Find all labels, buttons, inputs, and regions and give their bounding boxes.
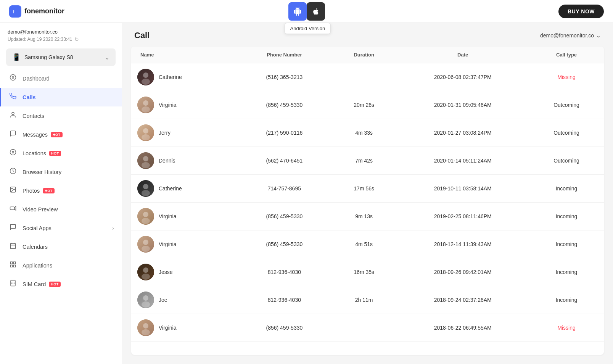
svg-point-9 bbox=[11, 188, 12, 189]
cell-calltype-5: Incoming bbox=[529, 203, 604, 230]
android-tab[interactable] bbox=[288, 2, 307, 21]
svg-point-51 bbox=[143, 323, 148, 329]
svg-point-39 bbox=[143, 212, 148, 217]
name-cell-1: Virginia bbox=[137, 97, 230, 113]
sidebar-item-contacts[interactable]: Contacts bbox=[0, 106, 122, 125]
messages-icon bbox=[9, 130, 17, 139]
browser-history-label: Browser History bbox=[23, 169, 114, 175]
video-preview-icon bbox=[9, 205, 17, 214]
sidebar-item-browser-history[interactable]: Browser History bbox=[0, 163, 122, 181]
sidebar-item-locations[interactable]: Locations HOT bbox=[0, 144, 122, 163]
contact-name-7: Jesse bbox=[159, 269, 173, 275]
photos-label: Photos HOT bbox=[23, 188, 114, 194]
account-updated: Updated: Aug 19 2020 22:33:41 ↻ bbox=[8, 36, 114, 42]
header-account[interactable]: demo@fonemonitor.co ⌄ bbox=[540, 32, 601, 39]
sidebar-item-sim-card[interactable]: SIM Card HOT bbox=[0, 275, 122, 293]
calls-table: Name Phone Number Duration Date Call typ… bbox=[131, 47, 604, 342]
device-selector[interactable]: 📱 Samsung Galaxy S8 ⌄ bbox=[6, 48, 116, 66]
cell-duration-0 bbox=[331, 63, 397, 91]
cell-calltype-1: Outcoming bbox=[529, 91, 604, 119]
contact-name-0: Catherine bbox=[159, 74, 182, 80]
sidebar-item-video-preview[interactable]: Video Preview bbox=[0, 200, 122, 219]
svg-point-33 bbox=[143, 156, 148, 161]
svg-point-43 bbox=[142, 246, 150, 252]
table-row: Virginia (856) 459-5330 2018-06-22 06:49… bbox=[131, 314, 604, 342]
cell-date-0: 2020-06-08 02:37:47PM bbox=[396, 63, 529, 91]
cell-calltype-4: Incoming bbox=[529, 175, 604, 203]
content-header: Call demo@fonemonitor.co ⌄ bbox=[122, 23, 613, 47]
sidebar-item-social-apps[interactable]: Social Apps › bbox=[0, 219, 122, 237]
svg-text:f: f bbox=[13, 9, 15, 14]
avatar-1 bbox=[137, 97, 154, 113]
device-name-wrap: 📱 Samsung Galaxy S8 bbox=[12, 53, 73, 61]
name-cell-2: Jerry bbox=[137, 124, 230, 141]
cell-name-3: Dennis bbox=[131, 147, 237, 175]
locations-label: Locations HOT bbox=[23, 150, 114, 156]
platform-switcher: Android Version bbox=[288, 2, 325, 21]
cell-phone-4: 714-757-8695 bbox=[237, 175, 331, 203]
svg-point-2 bbox=[10, 75, 16, 81]
table-row: Catherine 714-757-8695 17m 56s 2019-10-1… bbox=[131, 175, 604, 203]
table-header: Name Phone Number Duration Date Call typ… bbox=[131, 47, 604, 63]
cell-calltype-0: Missing bbox=[529, 63, 604, 91]
sidebar-item-applications[interactable]: Applications bbox=[0, 256, 122, 275]
sidebar-item-photos[interactable]: Photos HOT bbox=[0, 181, 122, 200]
svg-point-25 bbox=[142, 79, 150, 85]
calls-icon bbox=[9, 93, 17, 101]
svg-point-30 bbox=[143, 128, 148, 134]
contact-name-2: Jerry bbox=[159, 130, 171, 136]
cell-calltype-2: Outcoming bbox=[529, 119, 604, 147]
sim-card-hot-badge: HOT bbox=[49, 282, 61, 287]
cell-duration-8: 2h 11m bbox=[331, 286, 397, 314]
device-name-label: Samsung Galaxy S8 bbox=[24, 54, 73, 60]
cell-duration-7: 16m 35s bbox=[331, 258, 397, 286]
svg-point-4 bbox=[12, 112, 14, 114]
ios-tab[interactable] bbox=[307, 2, 325, 21]
sidebar-item-calls[interactable]: Calls bbox=[0, 88, 122, 106]
avatar-0 bbox=[137, 69, 154, 85]
cell-name-7: Jesse bbox=[131, 258, 237, 286]
svg-point-45 bbox=[143, 267, 148, 273]
cell-duration-9 bbox=[331, 314, 397, 342]
cell-name-5: Virginia bbox=[131, 203, 237, 230]
cell-duration-2: 4m 33s bbox=[331, 119, 397, 147]
cell-date-8: 2018-09-24 02:37:26AM bbox=[396, 286, 529, 314]
col-call-type: Call type bbox=[529, 47, 604, 63]
cell-calltype-7: Incoming bbox=[529, 258, 604, 286]
logo: f fonemonitor bbox=[9, 5, 64, 18]
svg-point-48 bbox=[143, 295, 148, 301]
updated-label: Updated: Aug 19 2020 22:33:41 bbox=[8, 37, 72, 42]
contact-name-4: Catherine bbox=[159, 185, 182, 192]
cell-duration-5: 9m 13s bbox=[331, 203, 397, 230]
social-apps-arrow: › bbox=[112, 225, 114, 231]
table-row: Dennis (562) 470-6451 7m 42s 2020-01-14 … bbox=[131, 147, 604, 175]
cell-phone-7: 812-936-4030 bbox=[237, 258, 331, 286]
svg-point-49 bbox=[142, 301, 150, 308]
col-date: Date bbox=[396, 47, 529, 63]
svg-point-6 bbox=[12, 151, 14, 153]
cell-name-8: Joe bbox=[131, 286, 237, 314]
buy-now-button[interactable]: BUY NOW bbox=[558, 5, 604, 18]
cell-phone-8: 812-936-4030 bbox=[237, 286, 331, 314]
cell-phone-3: (562) 470-6451 bbox=[237, 147, 331, 175]
name-cell-5: Virginia bbox=[137, 208, 230, 225]
messages-label: Messages HOT bbox=[23, 132, 114, 138]
sidebar-item-messages[interactable]: Messages HOT bbox=[0, 125, 122, 144]
sim-card-icon bbox=[9, 280, 17, 288]
avatar-6 bbox=[137, 236, 154, 253]
col-name: Name bbox=[131, 47, 237, 63]
refresh-icon[interactable]: ↻ bbox=[74, 36, 79, 42]
photos-hot-badge: HOT bbox=[43, 188, 55, 193]
svg-rect-17 bbox=[10, 265, 12, 267]
sidebar-item-calendars[interactable]: Calendars bbox=[0, 237, 122, 256]
name-cell-0: Catherine bbox=[137, 69, 230, 85]
sidebar-item-dashboard[interactable]: Dashboard bbox=[0, 69, 122, 88]
cell-date-7: 2018-09-26 09:42:01AM bbox=[396, 258, 529, 286]
dashboard-icon bbox=[9, 74, 17, 83]
svg-point-5 bbox=[10, 150, 16, 155]
table-row: Virginia (856) 459-5330 20m 26s 2020-01-… bbox=[131, 91, 604, 119]
table-row: Virginia (856) 459-5330 4m 51s 2018-12-1… bbox=[131, 230, 604, 258]
cell-phone-0: (516) 365-3213 bbox=[237, 63, 331, 91]
svg-point-3 bbox=[12, 77, 14, 79]
svg-point-24 bbox=[143, 72, 148, 78]
